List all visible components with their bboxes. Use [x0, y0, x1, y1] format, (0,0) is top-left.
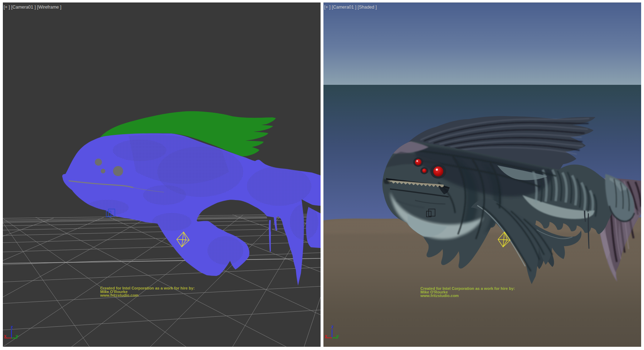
- svg-text:x: x: [4, 334, 6, 339]
- svg-text:y: y: [16, 334, 18, 339]
- svg-text:www.fritzstudio.com: www.fritzstudio.com: [420, 293, 459, 298]
- svg-text:x: x: [325, 334, 327, 339]
- svg-text:[+ ] [Camera01 ] [Shaded ]: [+ ] [Camera01 ] [Shaded ]: [324, 5, 377, 10]
- svg-text:y: y: [336, 334, 339, 339]
- svg-text:www.fritzstudio.com: www.fritzstudio.com: [100, 293, 138, 297]
- svg-text:[+ ] [Camera01 ] [Wireframe ]: [+ ] [Camera01 ] [Wireframe ]: [4, 5, 62, 10]
- svg-text:z: z: [11, 325, 13, 330]
- svg-text:z: z: [331, 324, 333, 329]
